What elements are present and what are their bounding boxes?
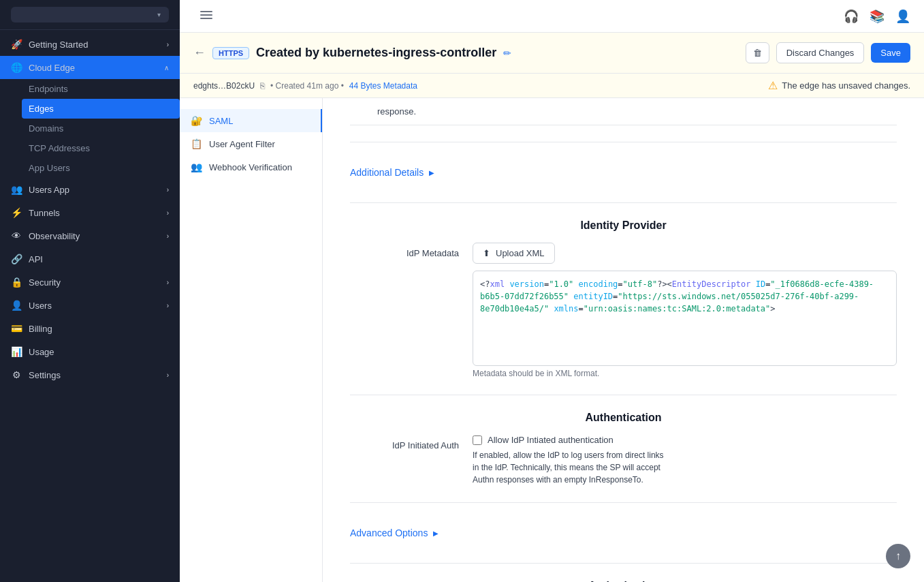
api-icon: 🔗 [11, 254, 22, 264]
idp-metadata-content: ⬆ Upload XML <?xml version="1.0" encodin… [473, 243, 897, 378]
sidebar-item-label: Cloud Edge [29, 63, 75, 73]
edge-id: edghts…B02ckU [193, 81, 255, 91]
divider [350, 563, 897, 564]
divider [350, 142, 897, 142]
sidebar-item-app-users[interactable]: App Users [29, 158, 180, 178]
sidebar-item-label: Users [29, 301, 52, 311]
allow-idp-label[interactable]: Allow IdP Intiated authentication [488, 435, 614, 445]
partial-text: response. [377, 106, 416, 117]
meta-left: edghts…B02ckU ⎘ • Created 41m ago • 44 B… [193, 81, 417, 91]
left-nav: 🔐 SAML 📋 User Agent Filter 👥 Webhook Ver… [180, 98, 323, 582]
nav-item-saml[interactable]: 🔐 SAML [180, 109, 322, 132]
sidebar-item-api[interactable]: 🔗 API [0, 247, 180, 271]
sidebar-item-label: Observability [29, 231, 80, 241]
svg-rect-2 [200, 18, 212, 19]
sidebar: ▾ 🚀 Getting Started › 🌐 Cloud Edge ∧ End… [0, 0, 180, 582]
chevron-icon: › [167, 279, 169, 286]
docs-icon[interactable]: 📚 [870, 9, 885, 24]
sidebar-item-label: Usage [29, 347, 54, 357]
billing-icon: 💳 [11, 323, 22, 334]
additional-details-chevron-icon: ▶ [429, 169, 434, 177]
metadata-link[interactable]: 44 Bytes Metadata [349, 81, 417, 91]
chevron-icon: › [167, 371, 169, 379]
sidebar-item-label: Users App [29, 185, 69, 195]
tunnels-icon: ⚡ [11, 207, 22, 218]
warning-icon: ⚠ [768, 79, 778, 92]
save-button[interactable]: Save [871, 43, 910, 63]
svg-rect-1 [200, 14, 212, 16]
xml-content-display[interactable]: <?xml version="1.0" encoding="utf-8"?><E… [473, 271, 897, 366]
webhook-icon: 👥 [191, 162, 202, 172]
usage-icon: 📊 [11, 346, 22, 357]
content-area: 🔐 SAML 📋 User Agent Filter 👥 Webhook Ver… [180, 98, 924, 582]
main-area: 🎧 📚 👤 ← HTTPS Created by kubernetes-ingr… [180, 0, 924, 582]
unsaved-text: The edge has unsaved changes. [782, 80, 910, 91]
sidebar-item-users[interactable]: 👤 Users › [0, 294, 180, 317]
back-button[interactable]: ← [193, 46, 206, 60]
account-icon[interactable]: 👤 [895, 9, 910, 24]
sidebar-item-edges[interactable]: Edges [22, 99, 180, 119]
sidebar-item-users-app[interactable]: 👥 Users App › [0, 178, 180, 201]
users-app-icon: 👥 [11, 184, 22, 195]
advanced-options-chevron-icon: ▶ [433, 530, 439, 537]
unsaved-message: ⚠ The edge has unsaved changes. [768, 79, 910, 92]
chevron-icon: › [167, 186, 169, 194]
cloud-edge-submenu: Endpoints Edges Domains TCP Addresses Ap… [0, 79, 180, 178]
settings-icon: ⚙ [11, 369, 22, 380]
idp-initiated-auth-content: Allow IdP Intiated authentication If ena… [473, 435, 897, 486]
idp-desc-line2: in the IdP. Technically, this means the … [473, 463, 660, 472]
chevron-icon: › [167, 209, 169, 217]
metadata-bar: edghts…B02ckU ⎘ • Created 41m ago • 44 B… [180, 74, 924, 98]
org-switcher[interactable]: ▾ [11, 7, 169, 22]
upload-icon: ⬆ [483, 248, 490, 258]
upload-xml-label: Upload XML [496, 248, 545, 258]
sidebar-item-label: API [29, 254, 43, 264]
allow-idp-checkbox[interactable] [473, 435, 482, 445]
sidebar-item-endpoints[interactable]: Endpoints [29, 79, 180, 99]
edit-icon[interactable]: ✏ [503, 48, 511, 59]
sidebar-logo-section: ▾ [0, 0, 180, 30]
nav-item-label: Webhook Verification [209, 162, 292, 172]
sidebar-item-observability[interactable]: 👁 Observability › [0, 224, 180, 247]
sidebar-item-tunnels[interactable]: ⚡ Tunnels › [0, 201, 180, 224]
sidebar-item-domains[interactable]: Domains [29, 119, 180, 138]
chevron-icon: › [167, 232, 169, 240]
sidebar-item-usage[interactable]: 📊 Usage [0, 340, 180, 363]
sidebar-item-cloud-edge[interactable]: 🌐 Cloud Edge ∧ [0, 56, 180, 79]
chevron-icon: ∧ [164, 64, 169, 72]
identity-provider-title: Identity Provider [350, 219, 897, 232]
menu-icon[interactable] [200, 9, 212, 21]
upload-xml-button[interactable]: ⬆ Upload XML [473, 243, 555, 264]
created-text: • Created 41m ago • [270, 81, 344, 91]
topbar: 🎧 📚 👤 [180, 0, 924, 33]
nav-item-label: SAML [209, 116, 233, 126]
nav-item-webhook-verification[interactable]: 👥 Webhook Verification [180, 155, 322, 179]
sidebar-item-tcp-addresses[interactable]: TCP Addresses [29, 138, 180, 158]
divider [350, 202, 897, 203]
idp-metadata-label: IdP Metadata [350, 243, 459, 258]
sidebar-item-label: Tunnels [29, 208, 60, 218]
authentication-title: Authentication [350, 412, 897, 424]
sidebar-item-security[interactable]: 🔒 Security › [0, 271, 180, 294]
scroll-top-icon: ↑ [895, 550, 901, 562]
delete-button[interactable]: 🗑 [746, 42, 769, 63]
advanced-options-label: Advanced Options [350, 527, 428, 538]
advanced-options-toggle[interactable]: Advanced Options ▶ [350, 519, 897, 547]
idp-description: If enabled, allow the IdP to log users f… [473, 449, 897, 486]
sidebar-item-getting-started[interactable]: 🚀 Getting Started › [0, 33, 180, 56]
user-agent-icon: 📋 [191, 138, 202, 149]
getting-started-icon: 🚀 [11, 39, 22, 50]
copy-icon[interactable]: ⎘ [260, 81, 265, 91]
additional-details-toggle[interactable]: Additional Details ▶ [350, 159, 897, 186]
scroll-top-button[interactable]: ↑ [886, 544, 910, 568]
discard-button[interactable]: Discard Changes [776, 42, 865, 63]
sidebar-nav: 🚀 Getting Started › 🌐 Cloud Edge ∧ Endpo… [0, 30, 180, 389]
nav-item-user-agent-filter[interactable]: 📋 User Agent Filter [180, 132, 322, 155]
divider [350, 395, 897, 395]
idp-initiated-auth-row: IdP Initiated Auth Allow IdP Intiated au… [350, 435, 897, 486]
support-icon[interactable]: 🎧 [844, 9, 859, 24]
sidebar-item-billing[interactable]: 💳 Billing [0, 317, 180, 340]
sidebar-item-settings[interactable]: ⚙ Settings › [0, 363, 180, 386]
idp-initiated-auth-label: IdP Initiated Auth [350, 435, 459, 450]
allow-idp-row: Allow IdP Intiated authentication [473, 435, 897, 445]
